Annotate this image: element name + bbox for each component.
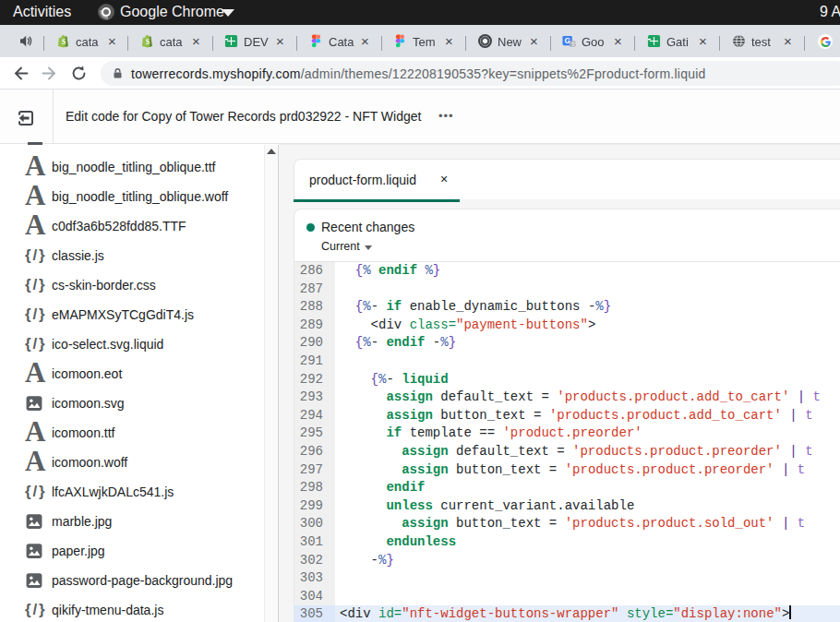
svg-text:S: S bbox=[62, 38, 66, 46]
svg-text:S: S bbox=[146, 38, 150, 46]
svg-text:文: 文 bbox=[570, 42, 576, 47]
